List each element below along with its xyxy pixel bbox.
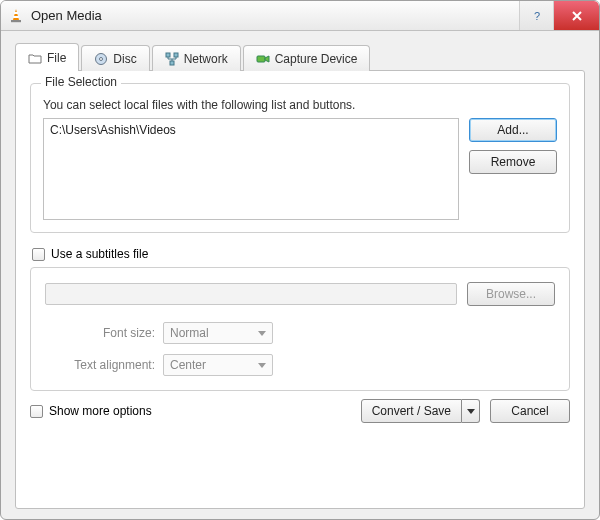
tab-file[interactable]: File	[15, 43, 79, 71]
convert-save-split-button[interactable]: Convert / Save	[361, 399, 480, 423]
font-size-label: Font size:	[45, 326, 155, 340]
use-subtitles-checkbox[interactable]	[32, 248, 45, 261]
convert-save-dropdown[interactable]	[462, 399, 480, 423]
svg-text:?: ?	[534, 10, 540, 22]
help-button[interactable]: ?	[519, 1, 553, 30]
browse-button: Browse...	[467, 282, 555, 306]
use-subtitles-row[interactable]: Use a subtitles file	[32, 247, 570, 261]
chevron-down-icon	[258, 363, 266, 368]
svg-rect-9	[170, 61, 174, 65]
capture-icon	[256, 52, 270, 66]
convert-save-label: Convert / Save	[372, 404, 451, 418]
remove-button-label: Remove	[491, 155, 536, 169]
subtitles-group: Browse... Font size: Normal Text alignme…	[30, 267, 570, 391]
tab-disc[interactable]: Disc	[81, 45, 149, 71]
svg-rect-3	[11, 20, 21, 22]
cancel-button[interactable]: Cancel	[490, 399, 570, 423]
text-alignment-label: Text alignment:	[45, 358, 155, 372]
tab-capture[interactable]: Capture Device	[243, 45, 371, 71]
titlebar: Open Media ?	[1, 1, 599, 31]
window-title: Open Media	[31, 8, 519, 23]
vlc-icon	[7, 7, 25, 25]
svg-rect-7	[166, 53, 170, 57]
subtitle-path-input	[45, 283, 457, 305]
tab-network[interactable]: Network	[152, 45, 241, 71]
use-subtitles-label: Use a subtitles file	[51, 247, 148, 261]
file-list-item[interactable]: C:\Users\Ashish\Videos	[50, 123, 452, 137]
tab-label: Capture Device	[275, 52, 358, 66]
group-legend: File Selection	[41, 75, 121, 89]
svg-marker-0	[13, 9, 19, 20]
tab-bar: File Disc Network Capture Device	[15, 43, 585, 71]
file-selection-hint: You can select local files with the foll…	[43, 98, 557, 112]
open-media-dialog: Open Media ? File Disc	[0, 0, 600, 520]
show-more-options-row[interactable]: Show more options	[30, 404, 152, 418]
close-button[interactable]	[553, 1, 599, 30]
font-size-select: Normal	[163, 322, 273, 344]
file-selection-group: File Selection You can select local file…	[30, 83, 570, 233]
font-size-value: Normal	[170, 326, 209, 340]
tab-label: Network	[184, 52, 228, 66]
dialog-footer: Show more options Convert / Save Cancel	[30, 391, 570, 423]
svg-rect-10	[257, 56, 265, 62]
show-more-options-label: Show more options	[49, 404, 152, 418]
svg-rect-2	[13, 16, 19, 18]
text-alignment-select: Center	[163, 354, 273, 376]
tab-label: File	[47, 51, 66, 65]
chevron-down-icon	[258, 331, 266, 336]
add-button-label: Add...	[497, 123, 528, 137]
svg-rect-8	[174, 53, 178, 57]
chevron-down-icon	[467, 409, 475, 414]
tab-label: Disc	[113, 52, 136, 66]
remove-button[interactable]: Remove	[469, 150, 557, 174]
browse-button-label: Browse...	[486, 287, 536, 301]
svg-point-6	[100, 57, 103, 60]
svg-rect-1	[14, 12, 18, 14]
add-button[interactable]: Add...	[469, 118, 557, 142]
file-list[interactable]: C:\Users\Ashish\Videos	[43, 118, 459, 220]
disc-icon	[94, 52, 108, 66]
cancel-button-label: Cancel	[511, 404, 548, 418]
show-more-options-checkbox[interactable]	[30, 405, 43, 418]
convert-save-button[interactable]: Convert / Save	[361, 399, 462, 423]
network-icon	[165, 52, 179, 66]
tab-panel-file: File Selection You can select local file…	[15, 70, 585, 509]
folder-icon	[28, 51, 42, 65]
text-alignment-value: Center	[170, 358, 206, 372]
